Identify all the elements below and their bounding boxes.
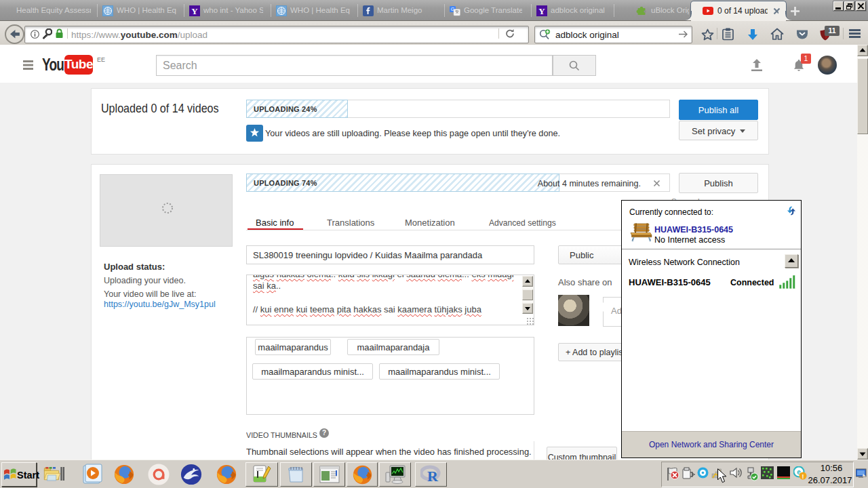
svg-text:Y: Y	[191, 6, 198, 16]
svg-text:R: R	[427, 468, 439, 484]
svg-text:!: !	[802, 473, 804, 480]
svg-text:Y: Y	[538, 6, 545, 16]
